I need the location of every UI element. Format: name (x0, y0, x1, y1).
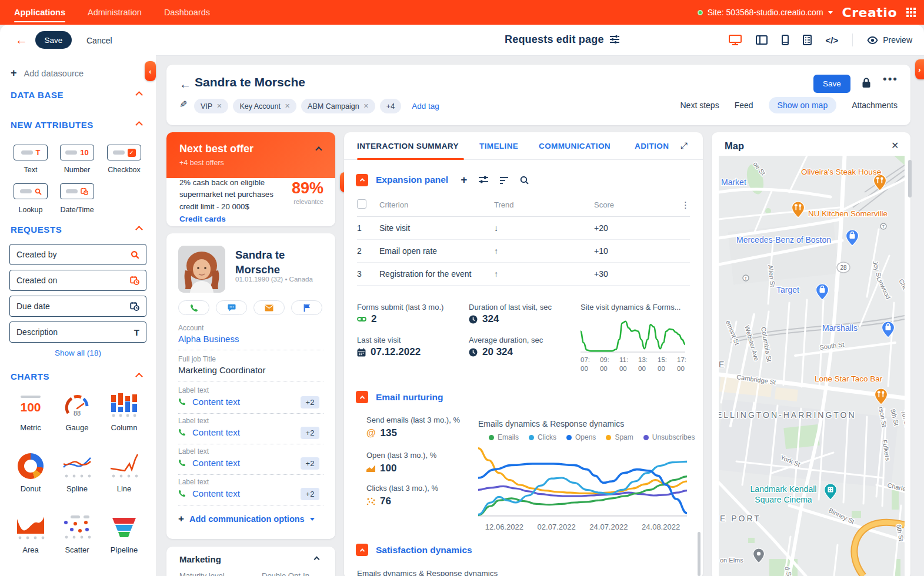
call-button[interactable] (178, 300, 209, 315)
apps-grid-icon[interactable] (906, 8, 916, 17)
add-datasource-button[interactable]: + Add datasource (11, 67, 84, 79)
attribute-checkbox-tile[interactable]: ✓ (107, 145, 141, 160)
chart-donut-tile[interactable] (15, 453, 46, 480)
attribute-datetime-tile[interactable] (60, 183, 94, 199)
expansion-panel-title[interactable]: Expansion panel (376, 175, 448, 185)
tab-timeline[interactable]: TIMELINE (479, 142, 518, 150)
view-next-steps[interactable]: Next steps (681, 101, 719, 110)
col-criterion[interactable]: Criterion (379, 196, 494, 217)
field-created-by[interactable]: Created by (9, 244, 146, 265)
account-link[interactable]: Alpha Business (178, 334, 239, 344)
chat-button[interactable] (216, 300, 247, 315)
search-icon[interactable] (520, 176, 529, 185)
remove-tag-icon[interactable]: ✕ (285, 102, 290, 110)
cancel-button[interactable]: Cancel (86, 36, 112, 45)
table-row[interactable]: 2 Email open rate ↑ +10 (357, 240, 690, 263)
table-row[interactable]: 3 Registration for the event ↑ +30 (357, 263, 690, 286)
chart-scatter-tile[interactable] (62, 514, 92, 541)
show-all-link[interactable]: Show all (18) (0, 349, 156, 357)
tag-pill[interactable]: Key Account✕ (233, 99, 296, 113)
collapse-chevron-icon[interactable] (135, 373, 143, 380)
code-view-icon[interactable]: </> (826, 35, 839, 45)
collapse-chevron-icon[interactable] (135, 91, 143, 99)
close-icon[interactable]: ✕ (891, 140, 899, 151)
select-all-checkbox[interactable] (357, 199, 366, 209)
chart-gauge-tile[interactable]: 88 (62, 391, 92, 418)
remove-tag-icon[interactable]: ✕ (216, 102, 222, 110)
nav-dashboards[interactable]: Dashboards (164, 0, 210, 25)
add-icon[interactable]: + (461, 173, 467, 186)
chart-spline-tile[interactable] (62, 453, 92, 480)
split-view-icon[interactable] (756, 35, 768, 45)
col-trend[interactable]: Trend (494, 196, 594, 217)
field-description[interactable]: Description T (9, 322, 146, 343)
tab-adition[interactable]: ADITION (635, 142, 669, 150)
lock-icon[interactable] (862, 78, 871, 91)
save-button[interactable]: Save (35, 31, 72, 49)
flag-button[interactable] (291, 300, 322, 315)
collapse-chevron-icon[interactable] (314, 557, 320, 562)
collapse-chevron-icon[interactable] (356, 544, 368, 556)
tab-interaction-summary[interactable]: INTERACTION SUMMARY (357, 142, 459, 150)
chart-metric-tile[interactable]: 100 (15, 391, 46, 418)
card-scrollbar[interactable] (698, 532, 700, 576)
nav-applications[interactable]: Applications (14, 0, 65, 25)
expand-icon[interactable]: ⤢ (681, 140, 688, 151)
form-settings-icon[interactable] (803, 35, 812, 45)
right-edge-handle[interactable]: › (915, 59, 924, 79)
credit-cards-link[interactable]: Credit cards (179, 215, 226, 223)
satisfaction-title[interactable]: Satisfaction dynamics (376, 545, 472, 555)
collapse-chevron-icon[interactable] (135, 121, 143, 129)
back-arrow-icon[interactable]: ← (15, 33, 28, 47)
field-due-date[interactable]: Due date (9, 296, 146, 317)
comm-value-link[interactable]: Content text (192, 427, 240, 437)
collapse-chevron-icon[interactable] (356, 391, 368, 403)
more-actions-button[interactable]: ••• (883, 73, 898, 86)
remove-tag-icon[interactable]: ✕ (363, 102, 369, 110)
chart-line-tile[interactable] (109, 453, 139, 480)
tab-communication[interactable]: COMMUNICATION (539, 142, 611, 150)
collapse-chevron-icon[interactable] (356, 174, 368, 186)
site-selector[interactable]: Site: 503568-studio.creatio.com (698, 8, 833, 17)
page-scrollbar[interactable] (908, 160, 912, 197)
collapse-chevron-icon[interactable] (315, 146, 322, 153)
chart-pipeline-tile[interactable] (109, 514, 139, 541)
map-canvas[interactable]: T T 28 oe St Joy St Allen St Linwoo (719, 156, 905, 576)
table-row[interactable]: 1 Site visit ↓ +20 (357, 217, 690, 240)
preview-button[interactable]: Preview (867, 35, 912, 45)
attribute-text-tile[interactable]: T (14, 145, 48, 160)
view-show-on-map[interactable]: Show on map (769, 97, 837, 113)
section-requests[interactable]: REQUESTS (11, 225, 62, 235)
tag-pill[interactable]: VIP✕ (194, 99, 228, 113)
more-tags-pill[interactable]: +4 (380, 99, 401, 113)
section-new-attributes[interactable]: NEW ATTRIBUTES (11, 120, 94, 130)
tag-pill[interactable]: ABM Campaign✕ (301, 99, 375, 113)
comm-more-badge[interactable]: +2 (301, 427, 319, 439)
email-nurturing-title[interactable]: Email nurturing (376, 392, 443, 403)
comm-more-badge[interactable]: +2 (301, 457, 319, 470)
phone-view-icon[interactable] (782, 35, 789, 45)
view-attachments[interactable]: Attachments (852, 101, 898, 110)
col-score[interactable]: Score (594, 196, 676, 217)
chart-column-tile[interactable] (109, 391, 139, 418)
comm-value-link[interactable]: Content text (192, 488, 240, 498)
filter-icon[interactable] (500, 176, 508, 184)
section-charts[interactable]: CHARTS (11, 371, 49, 381)
view-feed[interactable]: Feed (735, 101, 753, 110)
section-database[interactable]: DATA BASE (11, 90, 64, 100)
collapse-chevron-icon[interactable] (135, 226, 143, 233)
comm-more-badge[interactable]: +2 (301, 396, 319, 408)
comm-value-link[interactable]: Content text (192, 458, 240, 468)
tune-icon[interactable] (479, 176, 488, 184)
add-tag-link[interactable]: Add tag (412, 102, 439, 110)
add-communication-options[interactable]: + Add communication options (178, 513, 315, 525)
table-menu-icon[interactable]: ⋮ (681, 200, 690, 210)
page-settings-icon[interactable] (609, 35, 620, 46)
chart-area-tile[interactable] (15, 514, 46, 541)
attribute-lookup-tile[interactable] (14, 183, 48, 199)
attribute-number-tile[interactable]: 10 (60, 145, 94, 160)
desktop-view-icon[interactable] (729, 35, 742, 45)
comm-value-link[interactable]: Content text (192, 397, 240, 407)
record-save-button[interactable]: Save (813, 75, 850, 93)
email-button[interactable] (253, 300, 285, 315)
